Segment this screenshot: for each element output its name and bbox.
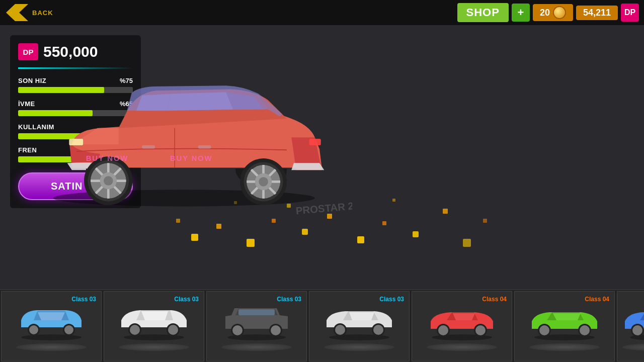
svg-rect-4 [272, 219, 276, 223]
carousel-car-3[interactable]: Class 03 [206, 291, 307, 361]
car-thumb-7 [617, 301, 644, 341]
dp-amount: 54,211 [583, 8, 611, 18]
car-reflection-2 [119, 343, 189, 351]
svg-rect-16 [392, 199, 395, 202]
carousel-car-2[interactable]: Class 03 [104, 291, 204, 361]
svg-text:PROSTAR 2.0: PROSTAR 2.0 [295, 200, 352, 216]
svg-rect-13 [176, 219, 180, 223]
car-class-label-1: Class 03 [71, 296, 96, 303]
svg-point-62 [335, 325, 345, 335]
currency-box: 20 [533, 4, 573, 21]
svg-rect-22 [309, 139, 321, 145]
svg-point-77 [632, 325, 642, 335]
top-bar: BACK SHop + 20 54,211 DP [0, 0, 644, 25]
svg-rect-9 [413, 231, 419, 237]
dp-icon: DP [621, 4, 639, 22]
svg-point-64 [373, 325, 383, 335]
car-reflection-3 [221, 343, 292, 351]
add-button[interactable]: + [512, 4, 530, 22]
svg-rect-55 [238, 309, 275, 315]
main-car-svg: BUY NOW BUY NOW PROSTAR 2.0 [25, 35, 352, 216]
svg-point-57 [232, 325, 243, 335]
svg-rect-21 [69, 139, 83, 145]
svg-rect-7 [357, 236, 364, 243]
car-thumb-6 [524, 301, 605, 341]
svg-rect-12 [483, 219, 487, 223]
svg-rect-2 [216, 224, 221, 229]
svg-rect-1 [191, 234, 198, 241]
svg-text:BUY NOW: BUY NOW [170, 154, 212, 162]
back-label: BACK [32, 9, 53, 17]
car-thumb-2 [114, 301, 194, 341]
svg-point-48 [64, 325, 73, 334]
carousel-car-1[interactable]: Class 03 [1, 291, 102, 361]
svg-point-40 [259, 177, 268, 187]
svg-rect-19 [142, 145, 155, 149]
svg-point-74 [580, 325, 590, 335]
svg-rect-8 [382, 221, 386, 225]
car-class-label-4: Class 03 [379, 296, 404, 303]
car-reflection-5 [427, 343, 497, 351]
carousel-car-7[interactable]: Class 04 [617, 291, 644, 361]
svg-point-31 [104, 176, 113, 186]
svg-point-51 [130, 325, 140, 335]
car-thumb-1 [11, 301, 92, 341]
svg-point-67 [438, 325, 448, 335]
svg-rect-20 [198, 145, 211, 149]
svg-marker-0 [6, 4, 28, 21]
car-thumb-3 [216, 301, 297, 341]
car-reflection-1 [16, 343, 87, 351]
car-class-label-3: Class 03 [277, 296, 301, 303]
top-right-controls: SHop + 20 54,211 DP [457, 3, 639, 22]
currency-amount: 20 [540, 8, 550, 18]
car-reflection-4 [324, 343, 394, 351]
car-class-label-2: Class 03 [174, 296, 199, 303]
svg-text:BUY NOW: BUY NOW [86, 154, 128, 162]
car-class-label-6: Class 04 [585, 296, 609, 303]
svg-point-44 [21, 334, 82, 340]
svg-rect-5 [302, 229, 308, 235]
dp-currency-box: 54,211 [576, 6, 618, 20]
coin-icon [553, 6, 566, 19]
carousel-car-5[interactable]: Class 04 [412, 291, 512, 361]
car-thumb-5 [422, 301, 502, 341]
svg-rect-3 [247, 239, 255, 247]
svg-rect-10 [443, 209, 448, 214]
car-carousel: Class 03 Class 03 Class 03 [0, 289, 644, 362]
car-reflection-6 [529, 343, 600, 351]
main-area: DP 550,000 SON HIZ %75 İVME %65 KULLANIM… [0, 25, 644, 289]
svg-point-69 [475, 325, 486, 335]
svg-rect-11 [463, 239, 471, 247]
svg-point-72 [539, 325, 549, 335]
car-thumb-4 [319, 301, 399, 341]
car-showcase: BUY NOW BUY NOW PROSTAR 2.0 [0, 25, 644, 289]
car-reflection-7 [622, 343, 644, 351]
svg-point-59 [271, 325, 281, 335]
svg-point-53 [168, 325, 178, 335]
carousel-car-6[interactable]: Class 04 [514, 291, 615, 361]
back-button[interactable]: BACK [5, 3, 53, 22]
car-class-label-5: Class 04 [482, 296, 507, 303]
carousel-car-4[interactable]: Class 03 [309, 291, 410, 361]
svg-point-46 [29, 325, 38, 334]
shop-button[interactable]: SHop [457, 3, 509, 22]
